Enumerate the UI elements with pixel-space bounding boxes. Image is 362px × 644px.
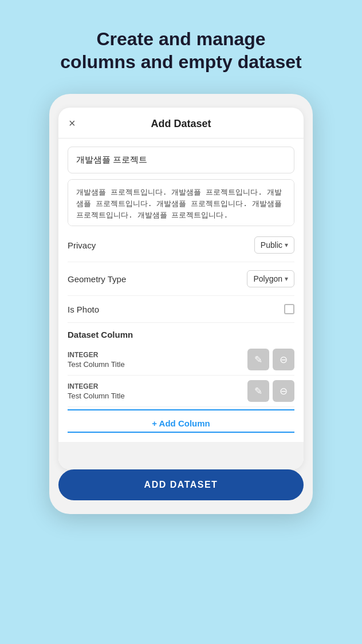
column-info: INTEGER Test Column Title <box>68 382 125 400</box>
phone-frame: × Add Dataset 개발샘플 프로젝트입니다. 개발샘플 프로젝트입니다… <box>49 94 313 514</box>
geometry-type-label: Geometry Type <box>68 274 126 284</box>
edit-column-button[interactable]: ✎ <box>247 380 269 402</box>
chevron-down-icon: ▾ <box>285 241 288 249</box>
column-type: INTEGER <box>68 382 125 390</box>
add-dataset-button[interactable]: ADD DATASET <box>58 469 304 500</box>
column-name: Test Column Title <box>68 360 125 369</box>
column-type: INTEGER <box>68 351 125 359</box>
remove-column-button[interactable]: ⊖ <box>273 349 294 370</box>
modal-title: Add Dataset <box>151 118 211 130</box>
privacy-label: Privacy <box>68 240 96 250</box>
column-info: INTEGER Test Column Title <box>68 351 125 369</box>
geometry-type-value: Polygon <box>253 274 282 283</box>
geometry-type-select[interactable]: Polygon ▾ <box>247 270 294 287</box>
privacy-select[interactable]: Public ▾ <box>254 236 294 254</box>
dataset-column-label: Dataset Column <box>68 323 294 344</box>
add-column-label: + Add Column <box>152 418 210 428</box>
column-actions: ✎ ⊖ <box>247 380 294 402</box>
privacy-value: Public <box>261 240 282 250</box>
remove-column-button[interactable]: ⊖ <box>273 380 294 402</box>
edit-column-button[interactable]: ✎ <box>247 349 269 370</box>
chevron-down-icon: ▾ <box>285 275 288 283</box>
close-icon[interactable]: × <box>69 117 76 129</box>
column-name: Test Column Title <box>68 392 125 400</box>
modal-body: 개발샘플 프로젝트입니다. 개발샘플 프로젝트입니다. 개발샘플 프로젝트입니다… <box>58 139 304 442</box>
is-photo-row: Is Photo <box>68 296 294 323</box>
add-dataset-modal: × Add Dataset 개발샘플 프로젝트입니다. 개발샘플 프로젝트입니다… <box>58 108 304 469</box>
is-photo-checkbox[interactable] <box>284 304 294 314</box>
is-photo-label: Is Photo <box>68 305 99 314</box>
page-title: Create and manage columns and empty data… <box>37 27 324 73</box>
geometry-type-row: Geometry Type Polygon ▾ <box>68 262 294 296</box>
table-row: INTEGER Test Column Title ✎ ⊖ <box>68 344 294 376</box>
project-description-input[interactable]: 개발샘플 프로젝트입니다. 개발샘플 프로젝트입니다. 개발샘플 프로젝트입니다… <box>68 179 294 226</box>
column-actions: ✎ ⊖ <box>247 349 294 370</box>
add-column-row[interactable]: + Add Column <box>68 409 294 433</box>
project-name-input[interactable] <box>68 147 294 173</box>
privacy-row: Privacy Public ▾ <box>68 228 294 262</box>
spacer <box>58 442 304 469</box>
modal-header: × Add Dataset <box>58 108 304 139</box>
table-row: INTEGER Test Column Title ✎ ⊖ <box>68 376 294 407</box>
